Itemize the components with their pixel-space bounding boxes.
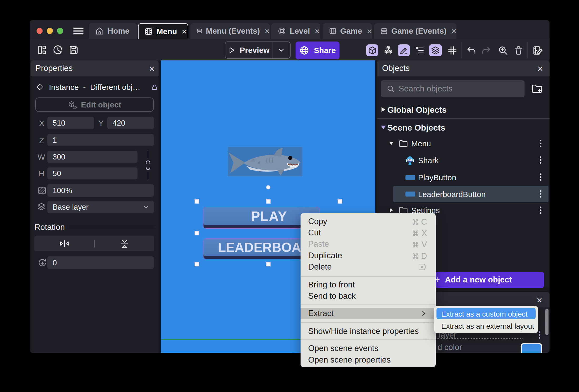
svg-text:2D: 2D (73, 106, 77, 109)
